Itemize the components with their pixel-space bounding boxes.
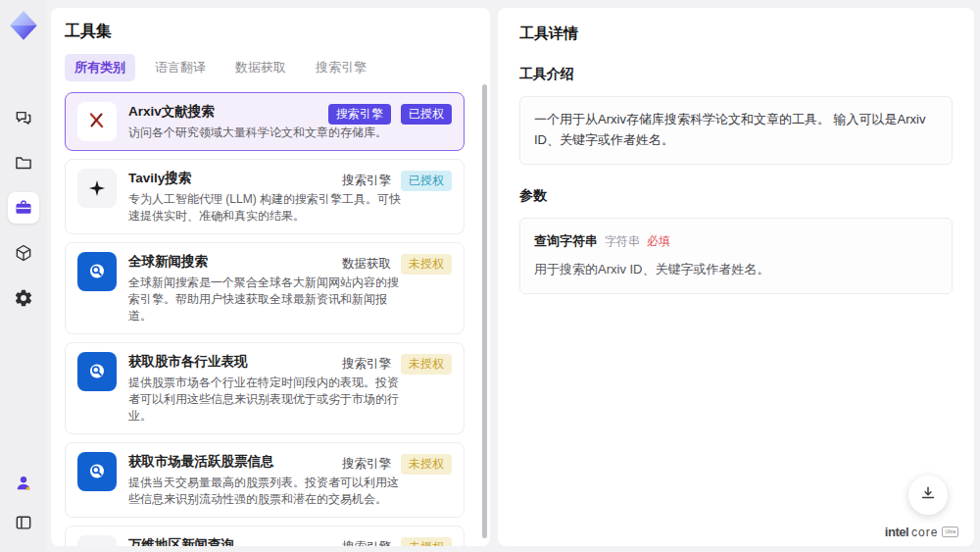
tool-description: 提供当天交易量最高的股票列表。投资者可以利用这些信息来识别流动性强的股票和潜在的… bbox=[128, 475, 405, 508]
tab-language-translation[interactable]: 语言翻译 bbox=[145, 54, 216, 81]
download-icon bbox=[918, 483, 938, 507]
intro-text: 一个用于从Arxiv存储库搜索科学论文和文章的工具。 输入可以是Arxiv ID… bbox=[534, 112, 925, 147]
star-icon bbox=[77, 169, 117, 208]
toolset-panel: 工具集 所有类别 语言翻译 数据获取 搜索引擎 Arxiv文献搜索 访问各个研究… bbox=[51, 8, 490, 546]
category-label: 搜索引擎 bbox=[342, 539, 391, 546]
param-required-badge: 必填 bbox=[647, 232, 670, 251]
category-tabs: 所有类别 语言翻译 数据获取 搜索引擎 bbox=[65, 54, 476, 81]
tool-detail-panel: 工具详情 工具介绍 一个用于从Arxiv存储库搜索科学论文和文章的工具。 输入可… bbox=[498, 8, 974, 546]
rail-nav bbox=[8, 102, 39, 314]
tab-data-acquisition[interactable]: 数据获取 bbox=[225, 54, 296, 81]
auth-badge: 未授权 bbox=[401, 254, 452, 275]
param-box: 查询字符串 字符串 必填 用于搜索的Arxiv ID、关键字或作者姓名。 bbox=[519, 218, 953, 295]
tool-card-global-news[interactable]: 全球新闻搜索 全球新闻搜索是一个聚合全球各大新闻网站内容的搜索引擎。帮助用户快速… bbox=[65, 242, 465, 334]
param-description: 用于搜索的Arxiv ID、关键字或作者姓名。 bbox=[534, 260, 938, 280]
category-label: 搜索引擎 bbox=[342, 456, 391, 473]
tool-description: 访问各个研究领域大量科学论文和文章的存储库。 bbox=[128, 125, 405, 141]
icon-rail bbox=[0, 0, 47, 552]
cube-icon[interactable] bbox=[8, 237, 39, 269]
tool-list: Arxiv文献搜索 访问各个研究领域大量科学论文和文章的存储库。 搜索引擎 已授… bbox=[65, 92, 476, 546]
tool-badges: 搜索引擎 未授权 bbox=[342, 537, 452, 546]
tool-badges: 搜索引擎 已授权 bbox=[328, 104, 452, 125]
category-label: 搜索引擎 bbox=[342, 173, 391, 189]
intro-heading: 工具介绍 bbox=[519, 66, 953, 83]
detail-title: 工具详情 bbox=[519, 25, 953, 43]
tab-all-categories[interactable]: 所有类别 bbox=[65, 54, 135, 81]
list-scrollbar[interactable] bbox=[482, 84, 487, 538]
news-search-icon bbox=[77, 252, 117, 291]
param-name: 查询字符串 bbox=[534, 231, 598, 252]
intro-box: 一个用于从Arxiv存储库搜索科学论文和文章的工具。 输入可以是Arxiv ID… bbox=[519, 96, 953, 165]
auth-badge: 未授权 bbox=[401, 454, 452, 475]
page-title: 工具集 bbox=[65, 22, 476, 41]
intel-core-logo: intel core Ultra bbox=[885, 525, 958, 539]
rail-bottom bbox=[8, 468, 39, 538]
arxiv-icon bbox=[77, 102, 117, 141]
tool-description: 专为人工智能代理 (LLM) 构建的搜索引擎工具。可快速提供实时、准确和真实的结… bbox=[128, 191, 405, 225]
auth-badge: 已授权 bbox=[401, 171, 452, 191]
category-label: 数据获取 bbox=[342, 256, 391, 273]
param-type: 字符串 bbox=[605, 232, 640, 251]
tool-description: 提供股票市场各个行业在特定时间段内的表现。投资者可以利用这些信息来识别表现优于或… bbox=[128, 375, 405, 425]
auth-badge: 已授权 bbox=[401, 104, 452, 125]
tool-badges: 搜索引擎 未授权 bbox=[342, 354, 452, 375]
tool-badges: 数据获取 未授权 bbox=[342, 254, 452, 275]
gear-icon[interactable] bbox=[8, 282, 39, 314]
tool-card-regional-news[interactable]: 万维地区新闻查询 查询具体行政区划内的新闻，快速了解各地新闻动 搜索引擎 未授权 bbox=[65, 526, 465, 546]
tool-card-sector-performance[interactable]: 获取股市各行业表现 提供股票市场各个行业在特定时间段内的表现。投资者可以利用这些… bbox=[65, 342, 465, 434]
intel-ultra-badge: Ultra bbox=[942, 527, 958, 537]
user-icon[interactable] bbox=[8, 468, 39, 499]
market-search-icon bbox=[77, 452, 117, 491]
app-logo-icon bbox=[8, 10, 39, 41]
tool-badges: 搜索引擎 未授权 bbox=[342, 454, 452, 475]
intel-wordmark: intel bbox=[885, 525, 908, 539]
tool-description: 全球新闻搜索是一个聚合全球各大新闻网站内容的搜索引擎。帮助用户快速获取全球最新资… bbox=[128, 275, 405, 325]
download-button[interactable] bbox=[908, 476, 948, 515]
auth-badge: 未授权 bbox=[401, 537, 452, 546]
tab-search-engine[interactable]: 搜索引擎 bbox=[306, 54, 376, 81]
tool-card-arxiv[interactable]: Arxiv文献搜索 访问各个研究领域大量科学论文和文章的存储库。 搜索引擎 已授… bbox=[65, 92, 465, 151]
newspaper-icon bbox=[77, 535, 117, 546]
panel-toggle-icon[interactable] bbox=[8, 507, 39, 538]
param-head: 查询字符串 字符串 必填 bbox=[534, 231, 938, 252]
briefcase-icon[interactable] bbox=[8, 192, 39, 224]
tool-badges: 搜索引擎 已授权 bbox=[342, 171, 452, 191]
category-label: 搜索引擎 bbox=[342, 356, 391, 373]
tool-card-tavily[interactable]: Tavily搜索 专为人工智能代理 (LLM) 构建的搜索引擎工具。可快速提供实… bbox=[65, 159, 465, 234]
params-heading: 参数 bbox=[519, 187, 953, 205]
core-wordmark: core bbox=[911, 526, 938, 539]
chat-icon[interactable] bbox=[8, 102, 39, 133]
tool-card-active-stocks[interactable]: 获取市场最活跃股票信息 提供当天交易量最高的股票列表。投资者可以利用这些信息来识… bbox=[65, 442, 465, 518]
auth-badge: 未授权 bbox=[401, 354, 452, 375]
market-search-icon bbox=[77, 352, 117, 391]
category-badge: 搜索引擎 bbox=[328, 104, 391, 125]
folder-icon[interactable] bbox=[8, 147, 39, 178]
